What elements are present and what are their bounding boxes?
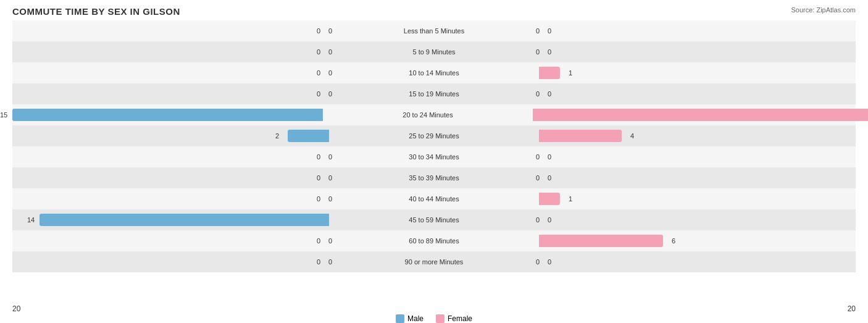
left-section: 0 0	[12, 188, 382, 209]
chart-row: 0 0 35 to 39 Minutes 0 0	[12, 167, 856, 188]
chart-row: 14 45 to 59 Minutes 0 0	[12, 209, 856, 230]
male-zero: 0	[328, 174, 332, 182]
chart-row: 2 25 to 29 Minutes 4	[12, 125, 856, 146]
bar-container: 0 0 30 to 34 Minutes 0 0	[12, 146, 856, 167]
chart-row: 0 0 10 to 14 Minutes 1	[12, 62, 856, 83]
right-section: 0 0	[486, 146, 856, 167]
row-label: 15 to 19 Minutes	[382, 90, 486, 98]
female-value: 4	[630, 132, 634, 140]
bar-container: 0 0 40 to 44 Minutes 1	[12, 188, 856, 209]
male-value: 0	[317, 258, 320, 266]
chart-row: 0 0 60 to 89 Minutes 6	[12, 230, 856, 251]
bar-container: 2 25 to 29 Minutes 4	[12, 125, 856, 146]
bar-male: 14	[40, 214, 329, 226]
male-value: 2	[275, 132, 279, 140]
left-section: 0 0	[12, 62, 382, 83]
bar-male: 15	[12, 109, 323, 121]
right-section: 0 0	[486, 83, 856, 104]
female-value: 0	[548, 174, 551, 182]
chart-row: 0 0 15 to 19 Minutes 0 0	[12, 83, 856, 104]
female-zero: 0	[536, 48, 540, 56]
left-section: 0 0	[12, 251, 382, 272]
male-swatch	[396, 314, 404, 323]
male-value: 14	[27, 216, 35, 224]
left-section: 14	[12, 209, 382, 230]
row-label: 40 to 44 Minutes	[382, 195, 486, 203]
female-value: 0	[548, 27, 551, 35]
female-value: 0	[548, 48, 551, 56]
left-section: 0 0	[12, 146, 382, 167]
right-section: 1	[486, 188, 856, 209]
bar-female: 1	[539, 193, 560, 205]
male-value: 0	[317, 90, 320, 98]
female-value: 1	[569, 69, 572, 77]
female-zero: 0	[536, 216, 540, 224]
bar-container: 0 0 10 to 14 Minutes 1	[12, 62, 856, 83]
female-value: 6	[672, 237, 675, 245]
right-section: 0 0	[486, 41, 856, 62]
female-label: Female	[448, 314, 472, 323]
bottom-section: 20 20 Male Female	[0, 302, 868, 323]
chart-row: 15 20 to 24 Minutes 17	[12, 104, 856, 125]
female-zero: 0	[536, 27, 540, 35]
legend-female: Female	[436, 314, 472, 323]
female-value: 0	[548, 258, 551, 266]
right-section: 17	[480, 104, 868, 125]
female-value: 0	[548, 153, 551, 161]
male-value: 0	[317, 153, 320, 161]
row-label: 45 to 59 Minutes	[382, 216, 486, 224]
left-section: 0 0	[12, 41, 382, 62]
axis-left-label: 20	[12, 304, 20, 313]
chart-container: COMMUTE TIME BY SEX IN GILSON Source: Zi…	[0, 0, 868, 323]
chart-row: 0 0 Less than 5 Minutes 0 0	[12, 20, 856, 41]
legend-male: Male	[396, 314, 424, 323]
bar-female: 4	[539, 130, 622, 142]
female-zero: 0	[536, 90, 540, 98]
row-label: Less than 5 Minutes	[382, 27, 486, 35]
left-section: 15	[12, 104, 375, 125]
right-section: 0 0	[486, 167, 856, 188]
axis-right-label: 20	[848, 304, 856, 313]
right-section: 6	[486, 230, 856, 251]
female-swatch	[436, 314, 444, 323]
male-value: 0	[317, 174, 320, 182]
bar-container: 0 0 15 to 19 Minutes 0 0	[12, 83, 856, 104]
bar-container: 14 45 to 59 Minutes 0 0	[12, 209, 856, 230]
male-value: 0	[317, 27, 320, 35]
left-section: 0 0	[12, 167, 382, 188]
male-zero: 0	[328, 153, 332, 161]
row-label: 20 to 24 Minutes	[375, 111, 480, 119]
left-section: 0 0	[12, 20, 382, 41]
bar-container: 0 0 35 to 39 Minutes 0 0	[12, 167, 856, 188]
left-section: 0 0	[12, 83, 382, 104]
row-label: 25 to 29 Minutes	[382, 132, 486, 140]
male-value: 0	[317, 48, 320, 56]
axis-bottom: 20 20	[12, 302, 856, 313]
bar-container: 0 0 5 to 9 Minutes 0 0	[12, 41, 856, 62]
row-label: 10 to 14 Minutes	[382, 69, 486, 77]
chart-row: 0 0 30 to 34 Minutes 0 0	[12, 146, 856, 167]
male-zero: 0	[328, 48, 332, 56]
bar-female: 6	[539, 235, 663, 247]
male-value: 0	[317, 69, 320, 77]
male-value: 0	[317, 237, 320, 245]
male-value: 0	[317, 195, 320, 203]
male-value: 15	[0, 111, 7, 119]
chart-row: 0 0 90 or more Minutes 0 0	[12, 251, 856, 272]
source-label: Source: ZipAtlas.com	[791, 6, 856, 14]
male-zero: 0	[328, 69, 332, 77]
bar-container: 0 0 90 or more Minutes 0 0	[12, 251, 856, 272]
row-label: 90 or more Minutes	[382, 258, 486, 266]
legend: Male Female	[12, 314, 856, 323]
female-zero: 0	[536, 153, 540, 161]
female-zero: 0	[536, 258, 540, 266]
male-zero: 0	[328, 258, 332, 266]
bar-female: 17	[533, 109, 868, 121]
right-section: 0 0	[486, 209, 856, 230]
bar-female: 1	[539, 67, 560, 79]
female-value: 0	[548, 90, 551, 98]
female-value: 0	[548, 216, 551, 224]
male-zero: 0	[328, 195, 332, 203]
bar-container: 0 0 60 to 89 Minutes 6	[12, 230, 856, 251]
bar-male: 2	[288, 130, 329, 142]
